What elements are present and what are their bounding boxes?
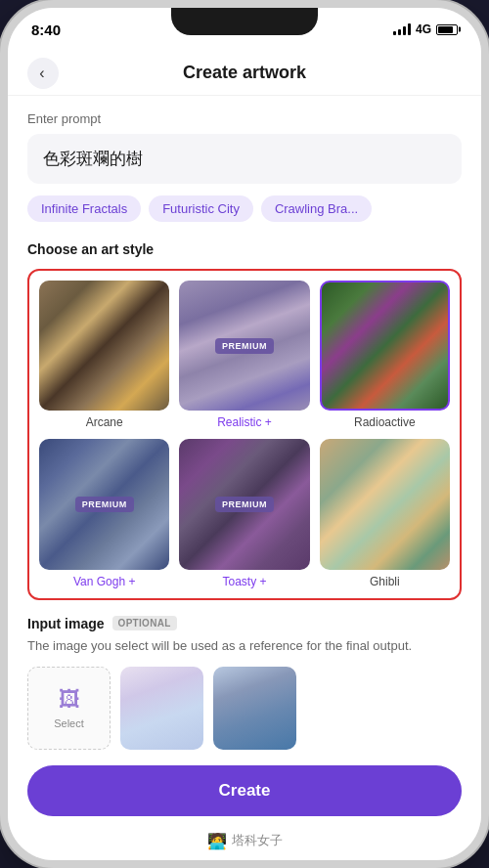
battery-icon (436, 24, 458, 35)
art-style-grid-wrapper: Arcane PREMIUM Realistic + Radi (27, 269, 462, 600)
status-time: 8:40 (31, 22, 61, 38)
premium-badge-toasty: PREMIUM (215, 497, 274, 512)
image-select-icon: 🖼 (59, 687, 80, 713)
watermark-icon: 🧑‍💻 (207, 832, 227, 850)
art-item-toasty[interactable]: PREMIUM Toasty + (179, 439, 309, 587)
tag-crawling[interactable]: Crawling Bra... (261, 195, 372, 222)
image-preview-2[interactable] (213, 667, 296, 750)
art-thumb-ghibli (320, 439, 450, 569)
art-thumb-toasty: PREMIUM (179, 439, 309, 569)
select-image-button[interactable]: 🖼 Select (27, 667, 111, 750)
create-button[interactable]: Create (27, 765, 462, 816)
watermark-text: 塔科女子 (232, 832, 283, 849)
art-thumb-vangogh: PREMIUM (39, 439, 169, 569)
optional-badge: OPTIONAL (112, 616, 177, 630)
watermark: 🧑‍💻 塔科女子 (27, 832, 462, 860)
art-thumb-radioactive (320, 281, 450, 411)
art-style-section: Choose an art style Arcane PREMIUM (27, 241, 462, 600)
tag-futuristic-city[interactable]: Futuristic City (149, 195, 253, 222)
notch (171, 8, 318, 35)
screen: ‹ Create artwork Enter prompt 色彩斑斕的樹 Inf… (8, 51, 481, 860)
back-icon: ‹ (39, 65, 44, 82)
input-image-label: Input image (27, 616, 105, 631)
prompt-input[interactable]: 色彩斑斕的樹 (27, 134, 462, 184)
art-name-arcane: Arcane (86, 415, 123, 429)
art-thumb-realistic: PREMIUM (179, 281, 309, 411)
phone-frame: 8:40 4G ‹ Create artwork Enter prompt 色彩… (0, 0, 489, 868)
network-label: 4G (416, 22, 431, 36)
art-style-label: Choose an art style (27, 241, 462, 257)
art-name-radioactive: Radioactive (354, 415, 416, 429)
tags-row: Infinite Fractals Futuristic City Crawli… (27, 195, 462, 226)
art-style-grid: Arcane PREMIUM Realistic + Radi (39, 281, 450, 588)
image-preview-1[interactable] (120, 667, 203, 750)
art-name-vangogh: Van Gogh + (73, 575, 136, 588)
page-title: Create artwork (183, 63, 306, 83)
art-item-radioactive[interactable]: Radioactive (320, 281, 450, 429)
art-item-arcane[interactable]: Arcane (39, 281, 169, 429)
status-icons: 4G (393, 22, 458, 36)
input-image-header: Input image OPTIONAL (27, 616, 462, 631)
art-name-realistic: Realistic + (217, 415, 272, 429)
premium-badge-realistic: PREMIUM (215, 338, 274, 354)
content-area: Enter prompt 色彩斑斕的樹 Infinite Fractals Fu… (8, 96, 481, 860)
select-label: Select (54, 717, 84, 729)
art-name-toasty: Toasty + (222, 575, 266, 588)
art-item-vangogh[interactable]: PREMIUM Van Gogh + (39, 439, 169, 587)
image-thumbnails: 🖼 Select (27, 667, 462, 750)
input-image-desc: The image you select will be used as a r… (27, 637, 462, 655)
premium-badge-vangogh: PREMIUM (75, 497, 134, 512)
art-item-ghibli[interactable]: Ghibli (320, 439, 450, 587)
back-button[interactable]: ‹ (27, 58, 59, 89)
tag-infinite-fractals[interactable]: Infinite Fractals (27, 195, 141, 222)
signal-bars-icon (393, 23, 411, 35)
input-image-section: Input image OPTIONAL The image you selec… (27, 616, 462, 750)
art-item-realistic[interactable]: PREMIUM Realistic + (179, 281, 309, 429)
page-header: ‹ Create artwork (8, 51, 481, 96)
art-thumb-arcane (39, 281, 169, 411)
prompt-label: Enter prompt (27, 111, 462, 126)
art-name-ghibli: Ghibli (370, 575, 400, 588)
